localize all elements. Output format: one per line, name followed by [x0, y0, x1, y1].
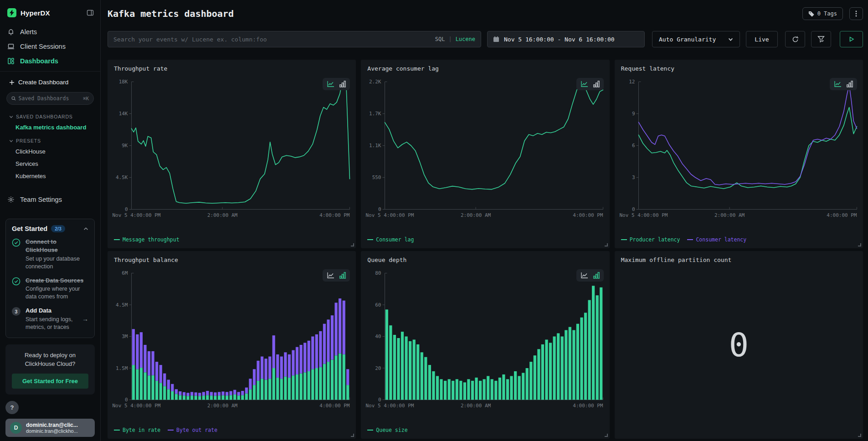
event-search-box[interactable]: SQL | Lucene: [108, 31, 481, 47]
chart-svg: 036912Nov 5 4:00:00 PM2:00:00 AM4:00:00 …: [618, 78, 859, 220]
dashboards-icon: [7, 57, 15, 65]
svg-text:4:00:00 PM: 4:00:00 PM: [319, 403, 350, 409]
svg-text:4.5M: 4.5M: [116, 302, 128, 308]
sidebar-item-clickhouse[interactable]: ClickHouse: [0, 145, 100, 158]
get-started-title: Get Started: [12, 225, 47, 232]
svg-text:9: 9: [632, 111, 635, 117]
chart-plot-area[interactable]: 01.5M3M4.5M6MNov 5 4:00:00 PM2:00:00 AM4…: [111, 269, 352, 410]
line-chart-icon[interactable]: [580, 272, 588, 279]
svg-text:2:00:00 AM: 2:00:00 AM: [207, 403, 238, 409]
chart-plot-area[interactable]: 04.5K9K14K18KNov 5 4:00:00 PM2:00:00 AM4…: [111, 78, 352, 220]
bar-chart-icon[interactable]: [593, 272, 600, 279]
more-options-button[interactable]: [849, 7, 863, 20]
chart-panel: Average consumer lag 05501.1K1.7K2.2KNov…: [361, 60, 609, 248]
step-desc: Set up your database connection: [26, 255, 88, 271]
sidebar-item-label: Dashboards: [20, 57, 58, 65]
chevron-up-icon[interactable]: [83, 226, 88, 231]
get-started-step-add-data[interactable]: 3 Add Data Start sending logs, metrics, …: [12, 307, 88, 331]
search-icon: [11, 96, 16, 101]
arrow-right-icon: →: [80, 315, 88, 323]
chart-svg: 05501.1K1.7K2.2KNov 5 4:00:00 PM2:00:00 …: [365, 78, 606, 220]
chart-type-toggle: [576, 78, 604, 90]
dashboard-grid: Throughput rate 04.5K9K14K18KNov 5 4:00:…: [108, 60, 863, 439]
svg-text:14K: 14K: [119, 111, 128, 117]
line-chart-icon[interactable]: [834, 81, 842, 87]
brand-name: HyperDX: [21, 9, 82, 17]
tags-button[interactable]: 0 Tags: [802, 7, 843, 20]
user-email: dominic.tran@clickho...: [26, 428, 78, 434]
chart-plot-area[interactable]: 05501.1K1.7K2.2KNov 5 4:00:00 PM2:00:00 …: [365, 78, 606, 220]
sidebar-item-client-sessions[interactable]: Client Sessions: [0, 39, 100, 54]
svg-text:0: 0: [378, 397, 381, 403]
svg-text:1.7K: 1.7K: [369, 111, 381, 117]
legend-item: Byte out rate: [168, 427, 217, 433]
collapse-sidebar-icon[interactable]: [87, 9, 94, 16]
bar-chart-icon[interactable]: [339, 272, 346, 279]
date-range-picker[interactable]: Nov 5 16:00:00 - Nov 6 16:00:00: [487, 31, 645, 47]
query-language-toggle[interactable]: SQL | Lucene: [435, 36, 475, 42]
legend-item: Consumer latency: [687, 236, 746, 243]
svg-text:550: 550: [372, 174, 381, 180]
chart-plot-area[interactable]: 020406080Nov 5 4:00:00 PM2:00:00 AM4:00:…: [365, 269, 606, 410]
line-chart-icon[interactable]: [327, 81, 334, 87]
page-title: Kafka metrics dashboard: [108, 8, 234, 19]
legend: Message throughput: [114, 236, 180, 243]
sidebar-item-alerts[interactable]: Alerts: [0, 25, 100, 39]
sql-option[interactable]: SQL: [435, 36, 445, 42]
legend-item: Byte in rate: [114, 427, 160, 433]
help-button[interactable]: ?: [5, 401, 19, 414]
tag-icon: [808, 11, 814, 17]
panel-resize-handle[interactable]: [605, 434, 608, 437]
sidebar-item-kafka-dashboard[interactable]: Kafka metrics dashboard: [0, 121, 100, 133]
get-started-free-button[interactable]: Get Started for Free: [12, 374, 88, 389]
user-menu[interactable]: D dominic.tran@clic... dominic.tran@clic…: [5, 419, 95, 437]
run-query-button[interactable]: [840, 31, 863, 47]
sidebar-item-services[interactable]: Services: [0, 158, 100, 170]
panel-resize-handle[interactable]: [858, 243, 861, 246]
get-started-step-sources[interactable]: Create Data Sources Configure where your…: [12, 277, 88, 301]
kebab-icon: [855, 10, 857, 17]
svg-text:2:00:00 AM: 2:00:00 AM: [461, 212, 491, 218]
calendar-icon: [493, 36, 499, 42]
date-range-value: Nov 5 16:00:00 - Nov 6 16:00:00: [504, 36, 615, 43]
panel-resize-handle[interactable]: [605, 243, 608, 246]
event-search-input[interactable]: [113, 36, 431, 43]
sidebar-item-dashboards[interactable]: Dashboards: [0, 54, 100, 68]
lucene-option[interactable]: Lucene: [456, 36, 475, 42]
live-button[interactable]: Live: [746, 31, 778, 47]
svg-text:Nov 5 4:00:00 PM: Nov 5 4:00:00 PM: [113, 403, 161, 409]
sidebar-item-label: Alerts: [20, 28, 37, 36]
line-chart-icon[interactable]: [580, 81, 588, 87]
refresh-button[interactable]: [785, 31, 805, 47]
saved-dashboards-search-input[interactable]: [19, 95, 81, 102]
granularity-select[interactable]: Auto Granularity: [652, 31, 740, 47]
svg-text:4:00:00 PM: 4:00:00 PM: [573, 403, 604, 409]
chart-plot-area[interactable]: 036912Nov 5 4:00:00 PM2:00:00 AM4:00:00 …: [618, 78, 859, 220]
panel-title: Throughput rate: [108, 60, 356, 72]
sidebar-item-kubernetes[interactable]: Kubernetes: [0, 170, 100, 182]
legend-item: Queue size: [367, 427, 407, 433]
panel-resize-handle[interactable]: [351, 434, 354, 437]
bar-chart-icon[interactable]: [847, 81, 853, 87]
get-started-step-connect[interactable]: Connect to ClickHouse Set up your databa…: [12, 238, 88, 271]
line-chart-icon[interactable]: [327, 272, 334, 279]
filter-button[interactable]: [811, 31, 831, 47]
chart-panel: Throughput balance 01.5M3M4.5M6MNov 5 4:…: [108, 251, 356, 439]
bar-chart-icon[interactable]: [593, 81, 600, 87]
sidebar-item-team-settings[interactable]: Team Settings: [0, 192, 100, 207]
legend-item: Message throughput: [114, 236, 180, 243]
bar-chart-icon[interactable]: [339, 81, 346, 87]
section-presets[interactable]: PRESETS: [0, 133, 100, 145]
panel-resize-handle[interactable]: [351, 243, 354, 246]
chevron-down-icon: [9, 115, 13, 119]
panel-resize-handle[interactable]: [858, 434, 861, 437]
check-circle-icon: [12, 238, 21, 271]
section-saved-dashboards[interactable]: SAVED DASHBOARDS: [0, 109, 100, 121]
svg-text:Nov 5 4:00:00 PM: Nov 5 4:00:00 PM: [366, 212, 414, 218]
create-dashboard-button[interactable]: Create Dashboard: [0, 76, 100, 91]
svg-text:1.5M: 1.5M: [116, 365, 128, 371]
sidebar-item-label: Client Sessions: [20, 43, 66, 50]
legend: Consumer lag: [367, 236, 414, 243]
saved-dashboards-search[interactable]: ⌘K: [6, 92, 94, 105]
hyperdx-logo-icon: [7, 8, 16, 17]
